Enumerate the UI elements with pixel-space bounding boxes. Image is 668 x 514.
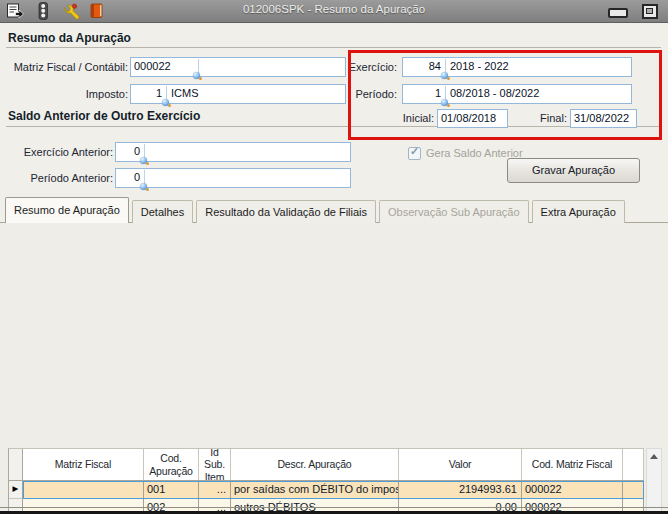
grid-header-row: Matriz FiscalCod. ApuraçãoId Sub. ItemDe… [9, 449, 644, 481]
lookup-ball-icon [193, 72, 200, 79]
cell-cod-matriz-fiscal[interactable]: 000022 [522, 481, 623, 499]
inicial-label: Inicial: [386, 112, 434, 124]
tab-bar: Resumo de ApuraçãoDetalhesResultado da V… [5, 197, 625, 223]
exercicio-desc: 2018 - 2022 [445, 58, 631, 76]
cell-valor[interactable]: 2194993.61 [399, 481, 522, 499]
lookup-ball-icon [162, 99, 169, 106]
exercicio-anterior-label: Exercício Anterior: [6, 146, 113, 158]
section-title-saldo-anterior: Saldo Anterior de Outro Exercício [8, 109, 200, 123]
exercicio-label: Exercício: [330, 61, 397, 73]
matriz-fiscal-label: Matriz Fiscal / Contábil: [4, 61, 128, 73]
periodo-anterior-label: Período Anterior: [6, 172, 113, 184]
final-field[interactable]: 31/08/2022 [570, 109, 637, 128]
periodo-anterior-code[interactable]: 0 [116, 169, 143, 187]
section-divider [6, 126, 661, 127]
periodo-label: Período: [330, 88, 397, 100]
gera-saldo-checkbox[interactable]: ✓ [408, 147, 421, 160]
grid-bottom-border [0, 507, 668, 508]
final-value[interactable]: 31/08/2022 [571, 110, 636, 126]
lookup-ball-icon [140, 183, 147, 190]
grid-body: ▶001...por saídas com DÉBITO do impos219… [9, 481, 644, 514]
tab-observa-o-sub-apura-o[interactable]: Observação Sub Apuração [379, 200, 528, 223]
column-header-1[interactable]: Matriz Fiscal [23, 449, 144, 480]
gravar-apuracao-button[interactable]: Gravar Apuração [507, 158, 640, 183]
column-header-4[interactable]: Descr. Apuração [231, 449, 399, 480]
scroll-up-icon [650, 454, 658, 459]
check-icon: ✓ [410, 145, 419, 158]
section-divider [6, 47, 661, 48]
periodo-code[interactable]: 1 [403, 85, 444, 103]
exercicio-anterior-code[interactable]: 0 [116, 143, 143, 161]
grid-corner-cell[interactable] [9, 449, 23, 480]
table-row[interactable]: ▶001...por saídas com DÉBITO do impos219… [9, 481, 644, 499]
column-header-3[interactable]: Id Sub. Item [199, 449, 231, 480]
matriz-fiscal-field[interactable]: 000022 [130, 57, 346, 77]
exercicio-field[interactable]: 84 2018 - 2022 [402, 57, 632, 77]
column-header-extra[interactable] [623, 449, 644, 480]
cell-descr-apuracao[interactable]: por saídas com DÉBITO do impos [231, 481, 399, 499]
final-label: Final: [528, 112, 567, 124]
periodo-anterior-field[interactable]: 0 [115, 168, 351, 188]
imposto-field[interactable]: 1 ICMS [130, 84, 346, 104]
imposto-code[interactable]: 1 [131, 85, 165, 103]
apuracao-grid: Matriz FiscalCod. ApuraçãoId Sub. ItemDe… [8, 448, 644, 514]
periodo-field[interactable]: 1 08/2018 - 08/2022 [402, 84, 632, 104]
tab-page: Matriz FiscalCod. ApuraçãoId Sub. ItemDe… [0, 223, 668, 511]
cell-matriz-fiscal[interactable] [23, 481, 144, 499]
cell-cod-apuracao[interactable]: 001 [144, 481, 199, 499]
inicial-field[interactable]: 01/08/2018 [437, 109, 508, 128]
exercicio-code[interactable]: 84 [403, 58, 444, 76]
tab-detalhes[interactable]: Detalhes [132, 200, 193, 223]
periodo-desc: 08/2018 - 08/2022 [445, 85, 631, 103]
minimize-button[interactable] [608, 8, 628, 18]
imposto-desc: ICMS [166, 85, 345, 103]
vertical-scrollbar[interactable] [646, 448, 662, 514]
matriz-fiscal-code[interactable]: 000022 [131, 58, 195, 76]
window-title: 012006SPK - Resumo da Apuração [0, 3, 668, 15]
row-indicator[interactable]: ▶ [9, 481, 23, 499]
column-header-5[interactable]: Valor [399, 449, 522, 480]
application-window: 012006SPK - Resumo da Apuração Resumo da… [0, 0, 668, 514]
column-header-2[interactable]: Cod. Apuração [144, 449, 199, 480]
maximize-button[interactable] [642, 4, 658, 19]
scroll-up-button[interactable] [647, 449, 661, 464]
lookup-ball-icon [441, 72, 448, 79]
cell-id-sub-item[interactable]: ... [199, 481, 231, 499]
tab-resultado-da-valida-o-de-filiais[interactable]: Resultado da Validação de Filiais [196, 200, 376, 223]
tab-extra-apura-o[interactable]: Extra Apuração [532, 200, 625, 223]
section-title-resumo: Resumo da Apuração [8, 31, 131, 45]
tab-resumo-de-apura-o[interactable]: Resumo de Apuração [5, 197, 129, 223]
exercicio-anterior-field[interactable]: 0 [115, 142, 351, 162]
cell-extra[interactable] [623, 481, 644, 499]
lookup-ball-icon [140, 157, 147, 164]
inicial-value[interactable]: 01/08/2018 [438, 110, 507, 126]
column-header-6[interactable]: Cod. Matriz Fiscal [522, 449, 623, 480]
lookup-ball-icon [441, 99, 448, 106]
titlebar: 012006SPK - Resumo da Apuração [0, 0, 668, 23]
imposto-label: Imposto: [4, 88, 128, 100]
